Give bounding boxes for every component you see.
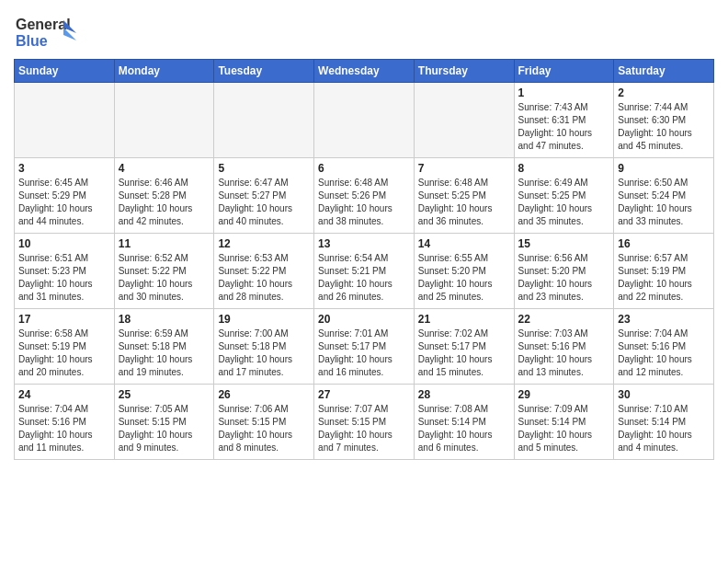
weekday-sunday: Sunday bbox=[15, 60, 115, 83]
day-number: 22 bbox=[518, 313, 610, 326]
day-info: Sunrise: 7:09 AM Sunset: 5:14 PM Dayligh… bbox=[518, 403, 610, 454]
day-number: 5 bbox=[218, 162, 310, 175]
day-info: Sunrise: 6:59 AM Sunset: 5:18 PM Dayligh… bbox=[119, 327, 210, 379]
header: GeneralBlue bbox=[14, 9, 714, 52]
day-info: Sunrise: 6:51 AM Sunset: 5:23 PM Dayligh… bbox=[18, 252, 110, 304]
day-number: 17 bbox=[18, 313, 110, 326]
day-info: Sunrise: 7:03 AM Sunset: 5:16 PM Dayligh… bbox=[518, 327, 610, 379]
calendar-cell: 14Sunrise: 6:55 AM Sunset: 5:20 PM Dayli… bbox=[414, 234, 514, 309]
day-number: 4 bbox=[119, 162, 210, 175]
calendar-cell: 27Sunrise: 7:07 AM Sunset: 5:15 PM Dayli… bbox=[314, 385, 415, 460]
day-info: Sunrise: 6:48 AM Sunset: 5:25 PM Dayligh… bbox=[418, 177, 510, 228]
calendar-cell: 23Sunrise: 7:04 AM Sunset: 5:16 PM Dayli… bbox=[614, 309, 714, 385]
calendar-cell bbox=[15, 83, 115, 158]
day-number: 9 bbox=[618, 162, 710, 175]
calendar-cell: 21Sunrise: 7:02 AM Sunset: 5:17 PM Dayli… bbox=[414, 309, 514, 385]
day-info: Sunrise: 7:07 AM Sunset: 5:15 PM Dayligh… bbox=[318, 403, 410, 454]
calendar-cell: 17Sunrise: 6:58 AM Sunset: 5:19 PM Dayli… bbox=[15, 309, 115, 385]
calendar: SundayMondayTuesdayWednesdayThursdayFrid… bbox=[14, 59, 714, 460]
weekday-thursday: Thursday bbox=[414, 60, 514, 83]
calendar-cell: 22Sunrise: 7:03 AM Sunset: 5:16 PM Dayli… bbox=[514, 309, 614, 385]
calendar-cell: 12Sunrise: 6:53 AM Sunset: 5:22 PM Dayli… bbox=[214, 234, 314, 309]
calendar-cell bbox=[414, 83, 514, 158]
day-number: 26 bbox=[218, 388, 310, 401]
day-number: 1 bbox=[518, 86, 610, 99]
calendar-cell: 6Sunrise: 6:48 AM Sunset: 5:26 PM Daylig… bbox=[314, 158, 415, 234]
day-number: 11 bbox=[119, 237, 210, 250]
day-info: Sunrise: 6:48 AM Sunset: 5:26 PM Dayligh… bbox=[318, 177, 410, 228]
svg-text:General: General bbox=[16, 17, 71, 32]
day-info: Sunrise: 6:56 AM Sunset: 5:20 PM Dayligh… bbox=[518, 252, 610, 304]
day-info: Sunrise: 7:06 AM Sunset: 5:15 PM Dayligh… bbox=[218, 403, 310, 454]
day-number: 15 bbox=[518, 237, 610, 250]
day-number: 14 bbox=[418, 237, 510, 250]
weekday-tuesday: Tuesday bbox=[214, 60, 314, 83]
day-number: 30 bbox=[618, 388, 710, 401]
calendar-cell bbox=[314, 83, 415, 158]
day-info: Sunrise: 6:45 AM Sunset: 5:29 PM Dayligh… bbox=[18, 177, 110, 228]
day-number: 3 bbox=[18, 162, 110, 175]
calendar-cell: 16Sunrise: 6:57 AM Sunset: 5:19 PM Dayli… bbox=[614, 234, 714, 309]
day-number: 6 bbox=[318, 162, 410, 175]
day-number: 25 bbox=[119, 388, 210, 401]
svg-text:Blue: Blue bbox=[16, 33, 48, 49]
day-number: 2 bbox=[618, 86, 710, 99]
calendar-cell: 1Sunrise: 7:43 AM Sunset: 6:31 PM Daylig… bbox=[514, 83, 614, 158]
day-info: Sunrise: 7:08 AM Sunset: 5:14 PM Dayligh… bbox=[418, 403, 510, 454]
calendar-cell bbox=[214, 83, 314, 158]
calendar-cell: 13Sunrise: 6:54 AM Sunset: 5:21 PM Dayli… bbox=[314, 234, 415, 309]
day-number: 24 bbox=[18, 388, 110, 401]
day-info: Sunrise: 6:50 AM Sunset: 5:24 PM Dayligh… bbox=[618, 177, 710, 228]
calendar-cell: 20Sunrise: 7:01 AM Sunset: 5:17 PM Dayli… bbox=[314, 309, 415, 385]
calendar-cell: 24Sunrise: 7:04 AM Sunset: 5:16 PM Dayli… bbox=[15, 385, 115, 460]
calendar-cell: 25Sunrise: 7:05 AM Sunset: 5:15 PM Dayli… bbox=[114, 385, 214, 460]
day-info: Sunrise: 7:05 AM Sunset: 5:15 PM Dayligh… bbox=[119, 403, 210, 454]
day-info: Sunrise: 6:52 AM Sunset: 5:22 PM Dayligh… bbox=[119, 252, 210, 304]
weekday-monday: Monday bbox=[114, 60, 214, 83]
page-container: GeneralBlue SundayMondayTuesdayWednesday… bbox=[0, 0, 728, 465]
day-info: Sunrise: 6:49 AM Sunset: 5:25 PM Dayligh… bbox=[518, 177, 610, 228]
weekday-friday: Friday bbox=[514, 60, 614, 83]
week-row-5: 24Sunrise: 7:04 AM Sunset: 5:16 PM Dayli… bbox=[15, 385, 714, 460]
day-info: Sunrise: 6:57 AM Sunset: 5:19 PM Dayligh… bbox=[618, 252, 710, 304]
day-number: 21 bbox=[418, 313, 510, 326]
day-number: 12 bbox=[218, 237, 310, 250]
day-info: Sunrise: 7:01 AM Sunset: 5:17 PM Dayligh… bbox=[318, 327, 410, 379]
day-number: 28 bbox=[418, 388, 510, 401]
week-row-3: 10Sunrise: 6:51 AM Sunset: 5:23 PM Dayli… bbox=[15, 234, 714, 309]
calendar-cell: 15Sunrise: 6:56 AM Sunset: 5:20 PM Dayli… bbox=[514, 234, 614, 309]
calendar-cell: 2Sunrise: 7:44 AM Sunset: 6:30 PM Daylig… bbox=[614, 83, 714, 158]
calendar-cell: 28Sunrise: 7:08 AM Sunset: 5:14 PM Dayli… bbox=[414, 385, 514, 460]
calendar-cell: 30Sunrise: 7:10 AM Sunset: 5:14 PM Dayli… bbox=[614, 385, 714, 460]
day-info: Sunrise: 6:58 AM Sunset: 5:19 PM Dayligh… bbox=[18, 327, 110, 379]
day-number: 20 bbox=[318, 313, 410, 326]
day-info: Sunrise: 6:55 AM Sunset: 5:20 PM Dayligh… bbox=[418, 252, 510, 304]
day-number: 10 bbox=[18, 237, 110, 250]
day-number: 29 bbox=[518, 388, 610, 401]
day-info: Sunrise: 7:04 AM Sunset: 5:16 PM Dayligh… bbox=[18, 403, 110, 454]
day-number: 16 bbox=[618, 237, 710, 250]
calendar-cell: 3Sunrise: 6:45 AM Sunset: 5:29 PM Daylig… bbox=[15, 158, 115, 234]
day-number: 13 bbox=[318, 237, 410, 250]
day-info: Sunrise: 6:53 AM Sunset: 5:22 PM Dayligh… bbox=[218, 252, 310, 304]
calendar-cell: 29Sunrise: 7:09 AM Sunset: 5:14 PM Dayli… bbox=[514, 385, 614, 460]
week-row-1: 1Sunrise: 7:43 AM Sunset: 6:31 PM Daylig… bbox=[15, 83, 714, 158]
calendar-cell: 11Sunrise: 6:52 AM Sunset: 5:22 PM Dayli… bbox=[114, 234, 214, 309]
day-info: Sunrise: 7:04 AM Sunset: 5:16 PM Dayligh… bbox=[618, 327, 710, 379]
week-row-2: 3Sunrise: 6:45 AM Sunset: 5:29 PM Daylig… bbox=[15, 158, 714, 234]
week-row-4: 17Sunrise: 6:58 AM Sunset: 5:19 PM Dayli… bbox=[15, 309, 714, 385]
calendar-cell bbox=[114, 83, 214, 158]
day-info: Sunrise: 7:10 AM Sunset: 5:14 PM Dayligh… bbox=[618, 403, 710, 454]
logo: GeneralBlue bbox=[14, 13, 78, 52]
calendar-cell: 4Sunrise: 6:46 AM Sunset: 5:28 PM Daylig… bbox=[114, 158, 214, 234]
day-number: 23 bbox=[618, 313, 710, 326]
weekday-header-row: SundayMondayTuesdayWednesdayThursdayFrid… bbox=[15, 60, 714, 83]
day-number: 7 bbox=[418, 162, 510, 175]
calendar-cell: 19Sunrise: 7:00 AM Sunset: 5:18 PM Dayli… bbox=[214, 309, 314, 385]
day-info: Sunrise: 7:02 AM Sunset: 5:17 PM Dayligh… bbox=[418, 327, 510, 379]
day-info: Sunrise: 6:47 AM Sunset: 5:27 PM Dayligh… bbox=[218, 177, 310, 228]
day-info: Sunrise: 6:54 AM Sunset: 5:21 PM Dayligh… bbox=[318, 252, 410, 304]
calendar-cell: 9Sunrise: 6:50 AM Sunset: 5:24 PM Daylig… bbox=[614, 158, 714, 234]
day-number: 18 bbox=[119, 313, 210, 326]
calendar-cell: 26Sunrise: 7:06 AM Sunset: 5:15 PM Dayli… bbox=[214, 385, 314, 460]
